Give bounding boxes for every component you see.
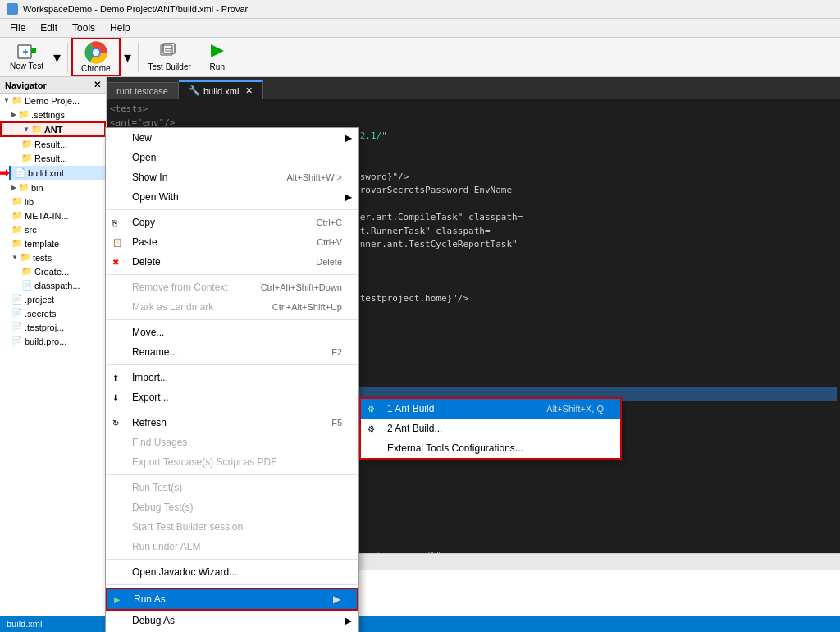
ctx-run-under-alm: Run under ALM <box>106 537 358 556</box>
ctx-open[interactable]: Open <box>106 148 358 167</box>
tree-build-pro[interactable]: 📄 build.pro... <box>0 334 106 348</box>
ctx-open-with[interactable]: Open With ▶ <box>106 187 358 207</box>
app-icon <box>7 3 18 15</box>
ctx-delete[interactable]: ✖ Delete Delete <box>106 252 358 272</box>
tree-create[interactable]: 📁 Create... <box>0 264 106 278</box>
tree-result2[interactable]: 📁 Result... <box>0 151 106 165</box>
tree-testproj[interactable]: 📄 .testproj... <box>0 320 106 334</box>
separator-5 <box>106 410 358 410</box>
ctx-open-javadoc[interactable]: Open Javadoc Wizard... <box>106 562 358 582</box>
file-icon: 📄 <box>11 336 23 346</box>
ctx-open-with-label: Open With <box>132 191 179 203</box>
tree-ant[interactable]: ▼ 📁 ANT <box>0 121 106 137</box>
navigator-panel: Navigator ✕ ▼ 📁 Demo Proje... ▶ 📁 .setti… <box>0 77 107 632</box>
debug-as-arrow: ▶ <box>345 615 352 626</box>
ctx-refresh[interactable]: ↻ Refresh F5 <box>106 413 358 433</box>
ctx-show-in[interactable]: Show In Alt+Shift+W > <box>106 167 358 187</box>
ant-build-shortcut: Alt+Shift+X, Q <box>546 404 604 414</box>
tree-bin[interactable]: ▶ 📁 bin <box>0 181 106 195</box>
ctx-show-in-label: Show In <box>132 172 167 183</box>
folder-icon: 📁 <box>31 124 43 135</box>
ctx-move-label: Move... <box>132 327 164 338</box>
tab-build-xml[interactable]: 🔧 build.xml ✕ <box>179 80 263 99</box>
ctx-copy[interactable]: ⎘ Copy Ctrl+C <box>106 213 358 232</box>
new-test-button[interactable]: New Test <box>3 42 50 72</box>
submenu-ant-build-2[interactable]: ⚙ 2 Ant Build... <box>361 419 620 438</box>
paste-shortcut: Ctrl+V <box>317 237 342 247</box>
tab-close[interactable]: ✕ <box>245 85 253 96</box>
ctx-rename[interactable]: Rename... F2 <box>106 342 358 362</box>
tree-classpath[interactable]: 📄 classpath... <box>0 278 106 292</box>
svg-marker-3 <box>31 48 36 53</box>
ctx-paste[interactable]: 📋 Paste Ctrl+V <box>106 232 358 252</box>
copy-icon: ⎘ <box>112 218 117 227</box>
remove-context-shortcut: Ctrl+Alt+Shift+Down <box>261 282 342 292</box>
ctx-run-under-alm-label: Run under ALM <box>132 541 200 552</box>
show-in-shortcut: Alt+Shift+W > <box>286 172 342 182</box>
ctx-export-pdf-label: Export Testcase(s) Script as PDF <box>132 456 277 468</box>
separator-8 <box>106 584 358 585</box>
folder-icon: 📁 <box>11 95 23 106</box>
delete-shortcut: Delete <box>316 257 342 267</box>
tree-secrets[interactable]: 📄 .secrets <box>0 306 106 320</box>
run-button[interactable]: Run <box>198 41 237 73</box>
ctx-paste-label: Paste <box>132 236 158 248</box>
menu-file[interactable]: File <box>3 21 32 35</box>
ctx-new-label: New <box>132 132 152 144</box>
folder-icon: 📁 <box>11 238 23 249</box>
tree-demo-project[interactable]: ▼ 📁 Demo Proje... <box>0 94 106 108</box>
file-icon: 📄 <box>11 294 23 305</box>
menu-bar: File Edit Tools Help <box>0 19 840 38</box>
submenu-ant-build[interactable]: ⚙ 1 Ant Build Alt+Shift+X, Q <box>361 399 620 419</box>
navigator-close[interactable]: ✕ <box>94 80 101 90</box>
submenu-external-tools-label: External Tools Configurations... <box>387 442 523 454</box>
ctx-run-as[interactable]: ▶ Run As ▶ <box>106 588 358 611</box>
chrome-label: Chrome <box>81 64 111 73</box>
ctx-debug-as[interactable]: Debug As ▶ <box>106 611 358 630</box>
tree-template[interactable]: 📁 template <box>0 236 106 250</box>
chrome-button[interactable]: Chrome <box>71 38 121 76</box>
tree-project[interactable]: 📄 .project <box>0 292 106 306</box>
ctx-export[interactable]: ⬇ Export... <box>106 387 358 407</box>
title-bar: WorkspaceDemo - Demo Project/ANT/build.x… <box>0 0 840 19</box>
menu-tools[interactable]: Tools <box>66 21 102 35</box>
run-as-icon: ▶ <box>114 595 121 604</box>
toolbar-separator-1 <box>67 43 68 72</box>
tree-settings[interactable]: ▶ 📁 .settings <box>0 108 106 121</box>
tree-tests[interactable]: ▼ 📁 tests <box>0 250 106 264</box>
toolbar-dropdown-arrow[interactable]: ▾ <box>50 48 64 66</box>
tab-label: runt.testcase <box>116 86 168 96</box>
mark-landmark-shortcut: Ctrl+Alt+Shift+Up <box>272 302 342 312</box>
ctx-import[interactable]: ⬆ Import... <box>106 368 358 387</box>
ctx-debug-as-label: Debug As <box>132 615 175 626</box>
run-label: Run <box>210 62 225 71</box>
test-builder-icon <box>160 43 180 61</box>
title-text: WorkspaceDemo - Demo Project/ANT/build.x… <box>23 4 248 14</box>
tree-meta-inf[interactable]: 📁 META-IN... <box>0 208 106 222</box>
menu-help[interactable]: Help <box>103 21 137 35</box>
ctx-find-usages-label: Find Usages <box>132 437 187 448</box>
tree-lib[interactable]: 📁 lib <box>0 195 106 208</box>
svg-point-6 <box>93 49 99 56</box>
folder-icon: 📁 <box>11 224 23 235</box>
separator-6 <box>106 474 358 475</box>
submenu-ant-build-2-label: 2 Ant Build... <box>387 423 442 434</box>
tree-src[interactable]: 📁 src <box>0 222 106 236</box>
ctx-export-pdf: Export Testcase(s) Script as PDF <box>106 452 358 472</box>
tree-result1[interactable]: 📁 Result... <box>0 137 106 151</box>
tab-runt-testcase[interactable]: runt.testcase <box>107 82 179 99</box>
file-icon: 📄 <box>11 322 23 332</box>
ctx-move[interactable]: Move... <box>106 323 358 342</box>
test-builder-button[interactable]: Test Builder <box>142 41 198 73</box>
tree-build-xml[interactable]: 📄 build.xml <box>9 166 106 180</box>
navigator-title: Navigator <box>5 80 47 90</box>
menu-edit[interactable]: Edit <box>34 21 64 35</box>
chrome-dropdown-arrow[interactable]: ▾ <box>121 48 135 66</box>
ctx-run-tests: Run Test(s) <box>106 478 358 497</box>
ant-build-icon: ⚙ <box>368 405 375 414</box>
ctx-new[interactable]: New ▶ <box>106 128 358 148</box>
new-test-icon <box>16 44 36 60</box>
file-icon: 📄 <box>11 308 23 318</box>
file-icon: 📄 <box>21 280 33 291</box>
submenu-external-tools[interactable]: External Tools Configurations... <box>361 438 620 458</box>
